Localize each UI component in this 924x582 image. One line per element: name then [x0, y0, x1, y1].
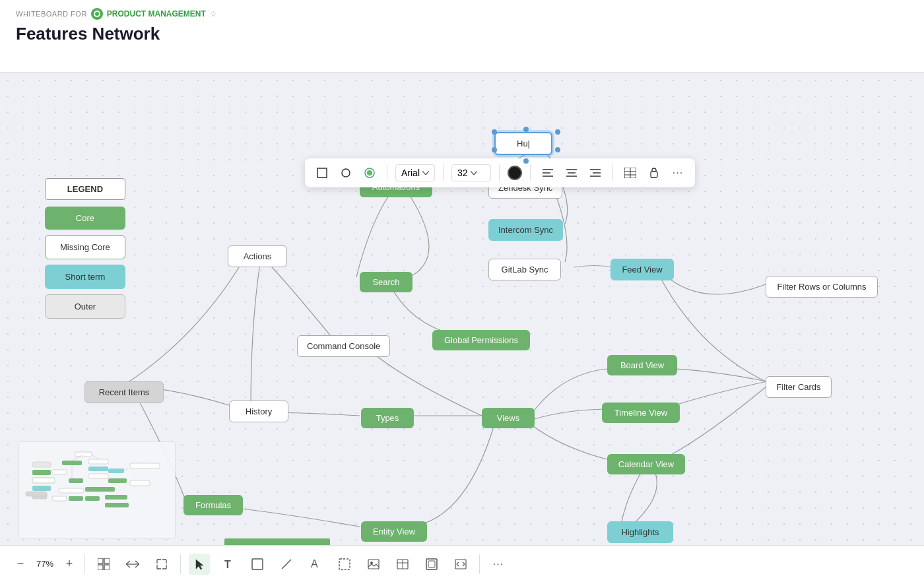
shape-tool-btn[interactable] — [360, 164, 379, 182]
node-views[interactable]: Views — [482, 408, 535, 428]
node-filter-cards[interactable]: Filter Cards — [766, 376, 832, 398]
arrow-text-tool[interactable]: A — [305, 554, 326, 575]
node-history[interactable]: History — [229, 401, 288, 422]
table-format-btn[interactable] — [621, 164, 640, 182]
brand-name[interactable]: PRODUCT MANAGEMENT — [107, 9, 206, 18]
node-board-view[interactable]: Board View — [607, 355, 677, 375]
circle-tool-btn[interactable] — [337, 164, 355, 182]
node-recent-items[interactable]: Recent Items — [84, 381, 164, 403]
lock-btn[interactable] — [645, 164, 663, 182]
font-size-value: 32 — [457, 168, 468, 178]
font-selector[interactable]: Arial — [395, 164, 435, 181]
embed-tool[interactable] — [450, 554, 471, 575]
zoom-controls: − 77% + — [13, 557, 77, 571]
svg-rect-20 — [32, 462, 51, 467]
legend-short-term[interactable]: Short term — [45, 265, 125, 289]
svg-rect-58 — [252, 559, 263, 569]
node-formulas[interactable]: Formulas — [183, 495, 243, 515]
node-global-permissions[interactable]: Global Permissions — [432, 330, 530, 350]
legend-core[interactable]: Core — [45, 207, 125, 230]
handle-tc[interactable] — [523, 127, 529, 132]
separator-3 — [499, 165, 500, 181]
node-command-console[interactable]: Command Console — [297, 335, 390, 357]
svg-rect-37 — [130, 480, 150, 486]
bottom-bar-indicator — [224, 538, 330, 545]
color-picker[interactable] — [508, 166, 522, 180]
more-tools-btn[interactable]: ··· — [488, 554, 509, 575]
cursor-tool[interactable] — [189, 554, 210, 575]
table-tool[interactable] — [392, 554, 413, 575]
node-types[interactable]: Types — [361, 408, 414, 428]
toolbar-separator-2 — [180, 554, 181, 574]
node-gitlab[interactable]: GitLab Sync — [488, 259, 561, 280]
svg-rect-51 — [104, 565, 110, 570]
align-center-btn[interactable] — [562, 164, 581, 182]
lasso-tool[interactable] — [334, 554, 355, 575]
legend-title: LEGEND — [45, 178, 125, 200]
svg-rect-27 — [88, 459, 108, 464]
handle-bc[interactable] — [523, 158, 529, 164]
rect-tool-btn[interactable] — [313, 164, 331, 182]
handle-ml[interactable] — [492, 147, 497, 152]
node-entity-view[interactable]: Entity View — [361, 521, 427, 542]
node-timeline-view[interactable]: Timeline View — [602, 403, 680, 423]
svg-line-45 — [92, 455, 98, 459]
grid-tool[interactable] — [93, 554, 114, 575]
svg-rect-28 — [88, 467, 108, 471]
svg-rect-30 — [52, 470, 67, 474]
node-search[interactable]: Search — [360, 272, 412, 292]
svg-rect-48 — [98, 558, 103, 564]
node-hub[interactable]: Hu| — [494, 132, 552, 155]
text-tool[interactable]: T — [218, 554, 239, 575]
image-tool[interactable] — [363, 554, 384, 575]
fit-tool[interactable] — [122, 554, 143, 575]
page-title: Features Network — [16, 24, 908, 44]
mini-map[interactable] — [18, 441, 176, 539]
whiteboard-label: WHITEBOARD FOR — [16, 10, 87, 18]
svg-rect-32 — [130, 463, 160, 469]
legend-missing-core[interactable]: Missing Core — [45, 235, 125, 259]
star-icon[interactable]: ☆ — [210, 9, 217, 18]
separator-5 — [612, 165, 613, 181]
node-highlights[interactable]: Highlights — [607, 521, 673, 543]
legend: LEGEND Core Missing Core Short term Oute… — [45, 178, 125, 324]
handle-mr[interactable] — [555, 147, 560, 152]
node-actions[interactable]: Actions — [228, 245, 287, 267]
align-right-btn[interactable] — [586, 164, 605, 182]
font-size-selector[interactable]: 32 — [451, 164, 491, 181]
node-feed-view[interactable]: Feed View — [610, 259, 674, 280]
svg-point-5 — [367, 170, 372, 176]
svg-line-54 — [126, 564, 130, 567]
expand-tool[interactable] — [151, 554, 172, 575]
canvas[interactable]: Arial 32 ··· — [0, 73, 924, 582]
node-filter-rows[interactable]: Filter Rows or Columns — [766, 276, 878, 298]
zoom-in-btn[interactable]: + — [62, 557, 77, 571]
svg-rect-31 — [108, 469, 124, 473]
node-intercom[interactable]: Intercom Sync — [488, 219, 563, 241]
legend-outer[interactable]: Outer — [45, 294, 125, 319]
svg-rect-41 — [105, 495, 127, 500]
svg-rect-21 — [32, 470, 51, 475]
separator-1 — [387, 165, 387, 181]
svg-rect-23 — [32, 486, 51, 491]
zoom-out-btn[interactable]: − — [13, 557, 28, 571]
svg-line-55 — [135, 561, 139, 564]
svg-rect-33 — [69, 478, 83, 483]
svg-line-53 — [126, 561, 130, 564]
pen-tool[interactable] — [276, 554, 297, 575]
more-options-btn[interactable]: ··· — [669, 164, 687, 182]
handle-tr[interactable] — [555, 129, 560, 135]
header: WHITEBOARD FOR PRODUCT MANAGEMENT ☆ Feat… — [0, 0, 924, 73]
frame-tool[interactable] — [421, 554, 442, 575]
svg-rect-61 — [339, 559, 350, 569]
svg-rect-35 — [85, 487, 115, 492]
node-calendar-view[interactable]: Calendar View — [607, 454, 685, 474]
handle-tl[interactable] — [492, 129, 497, 135]
rect-shape-tool[interactable] — [247, 554, 268, 575]
svg-rect-26 — [62, 461, 82, 465]
font-name: Arial — [401, 168, 420, 178]
svg-rect-62 — [368, 560, 379, 569]
svg-rect-38 — [52, 496, 67, 501]
align-left-btn[interactable] — [539, 164, 557, 182]
svg-rect-2 — [317, 168, 327, 178]
